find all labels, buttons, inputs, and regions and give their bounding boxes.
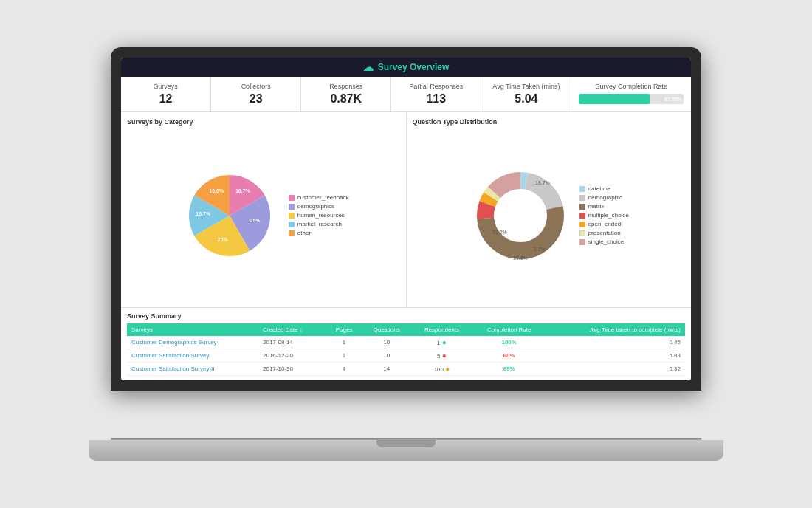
page-title: Survey Overview (378, 62, 450, 72)
table-row: Customer Satisfaction Survey 2016-12-20 … (127, 349, 685, 363)
svg-text:16.6%: 16.6% (209, 188, 224, 193)
completion-bar-fill (579, 94, 650, 104)
laptop-screen: ☁ Survey Overview Surveys 12 Collectors … (121, 58, 691, 380)
donut-legend-item-3: multiple_choice (579, 212, 629, 219)
completion-bar-label: 67.55% (664, 97, 682, 102)
pie-svg: 16.7%25%25%16.7%16.6% (178, 164, 281, 267)
table-section-title: Survey Summary (127, 312, 685, 320)
laptop-container: ☁ Survey Overview Surveys 12 Collectors … (89, 47, 723, 461)
stat-surveys-label: Surveys (128, 83, 203, 90)
dashboard-header: ☁ Survey Overview (121, 58, 691, 77)
row0-completion: 100% (472, 336, 546, 349)
donut-legend-label-2: matrix (588, 203, 605, 210)
donut-legend-item-5: presentation (579, 230, 629, 236)
row0-avgtime: 0.45 (546, 336, 685, 349)
donut-legend-label-5: presentation (588, 230, 621, 236)
svg-text:25%: 25% (250, 218, 261, 223)
row1-name[interactable]: Customer Satisfaction Survey (127, 349, 258, 363)
legend-item-3: market_research (289, 221, 349, 227)
svg-text:25%: 25% (217, 236, 228, 241)
svg-text:19.6%: 19.6% (513, 255, 528, 261)
legend-label-1: demographics (297, 203, 334, 210)
svg-text:52.2%: 52.2% (492, 230, 507, 235)
col-header-pages: Pages (326, 323, 362, 336)
donut-legend-label-3: multiple_choice (588, 212, 629, 219)
legend-item-0: customer_feedback (289, 194, 349, 201)
stat-partial-value: 113 (399, 92, 473, 106)
row1-avgtime: 5.83 (546, 349, 685, 363)
stat-responses: Responses 0.87K (301, 77, 391, 111)
col-header-avgtime: Avg Time taken to complete (mins) (546, 323, 685, 336)
svg-text:2.7%: 2.7% (534, 247, 546, 252)
stat-responses-label: Responses (309, 83, 383, 90)
row0-pages: 1 (326, 336, 362, 349)
stat-partial-label: Partial Responses (399, 83, 473, 90)
legend-item-1: demographics (289, 203, 349, 210)
donut-legend-item-2: matrix (579, 203, 629, 210)
legend-label-4: other (297, 230, 311, 236)
row1-date: 2016-12-20 (258, 349, 326, 363)
stat-avgtime-label: Avg Time Taken (mins) (489, 83, 563, 90)
laptop-base (89, 440, 723, 461)
donut-legend-label-1: demographic (588, 194, 622, 201)
stats-row: Surveys 12 Collectors 23 Responses 0.87K… (121, 77, 691, 112)
legend-item-4: other (289, 230, 349, 236)
stat-responses-value: 0.87K (309, 92, 383, 106)
laptop-clasp (376, 440, 436, 447)
col-header-respondents: Respondents (411, 323, 472, 336)
col-header-completion: Completion Rate (472, 323, 546, 336)
row2-date: 2017-10-30 (258, 363, 326, 376)
row2-name[interactable]: Customer Satisfaction Survey-II (127, 363, 258, 376)
svg-text:18.7%: 18.7% (535, 180, 550, 185)
table-row: Customer Satisfaction Survey-II 2017-10-… (127, 363, 685, 376)
table-row: Customer Demographics Survey 2017-08-14 … (127, 336, 685, 349)
donut-legend-label-6: single_choice (588, 238, 624, 245)
row2-pages: 4 (326, 363, 362, 376)
donut-legend-label-0: datetime (588, 185, 611, 192)
donut-chart-title: Question Type Distribution (413, 118, 686, 126)
stat-completion-label: Survey Completion Rate (579, 83, 684, 90)
stat-collectors-label: Collectors (219, 83, 293, 90)
row0-respondents: 1 ● (411, 336, 472, 349)
donut-legend-label-4: open_ended (588, 221, 622, 227)
cloud-icon: ☁ (363, 61, 374, 73)
donut-legend-item-4: open_ended (579, 221, 629, 227)
pie-chart-body: 16.7%25%25%16.7%16.6% customer_feedback … (127, 129, 400, 301)
row1-completion: 60% (472, 349, 546, 363)
pie-legend: customer_feedback demographics human_res… (289, 194, 349, 236)
stat-partial: Partial Responses 113 (391, 77, 481, 111)
donut-svg: 18.7% 52.2% 2.7% 19.6% (469, 164, 572, 267)
donut-legend: datetime demographic matrix (579, 185, 629, 245)
stat-collectors-value: 23 (219, 92, 293, 106)
row1-questions: 10 (362, 349, 411, 363)
row2-avgtime: 5.32 (546, 363, 685, 376)
col-header-questions: Questions (362, 323, 411, 336)
screen-bezel: ☁ Survey Overview Surveys 12 Collectors … (111, 47, 701, 391)
svg-text:16.7%: 16.7% (196, 210, 211, 216)
stat-completion: Survey Completion Rate 67.55% (571, 77, 691, 111)
stat-surveys: Surveys 12 (121, 77, 211, 111)
donut-chart-body: 18.7% 52.2% 2.7% 19.6% datetime (413, 129, 686, 301)
row0-name[interactable]: Customer Demographics Survey (127, 336, 258, 349)
col-header-surveys: Surveys (127, 323, 258, 336)
pie-chart-title: Surveys by Category (127, 118, 400, 126)
row0-date: 2017-08-14 (258, 336, 326, 349)
pie-chart-panel: Surveys by Category 16.7%25%25%16.7%16.6… (121, 112, 407, 307)
pie-wrapper: 16.7%25%25%16.7%16.6% customer_feedback … (178, 164, 349, 267)
row0-questions: 10 (362, 336, 411, 349)
row2-questions: 14 (362, 363, 411, 376)
legend-label-0: customer_feedback (297, 194, 349, 201)
donut-legend-item-1: demographic (579, 194, 629, 201)
donut-legend-item-6: single_choice (579, 238, 629, 245)
legend-label-2: human_resources (297, 212, 345, 219)
stat-surveys-value: 12 (128, 92, 203, 106)
donut-legend-item-0: datetime (579, 185, 629, 192)
row1-pages: 1 (326, 349, 362, 363)
charts-row: Surveys by Category 16.7%25%25%16.7%16.6… (121, 112, 691, 308)
stat-avgtime-value: 5.04 (489, 92, 563, 106)
row1-respondents: 5 ● (411, 349, 472, 363)
col-header-date: Created Date ↓ (258, 323, 326, 336)
legend-label-3: market_research (297, 221, 342, 227)
svg-text:16.7%: 16.7% (235, 188, 251, 193)
row2-respondents: 100 ● (411, 363, 472, 376)
